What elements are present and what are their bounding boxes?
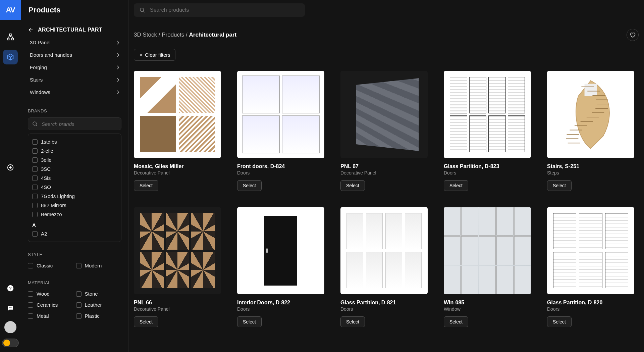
product-thumbnail[interactable] [547, 207, 634, 294]
category-item[interactable]: 3D Panel [28, 36, 121, 49]
checkbox-label: 3elle [41, 157, 52, 163]
checkbox-row[interactable]: 7Gods Lighting [32, 192, 117, 201]
checkbox-row[interactable]: Leather [76, 300, 122, 309]
checkbox-label: 882 Mirrors [41, 202, 66, 208]
checkbox-icon [32, 212, 38, 217]
product-thumbnail[interactable] [444, 71, 531, 158]
svg-point-7 [10, 307, 11, 308]
checkbox-row[interactable]: 3elle [32, 155, 117, 164]
product-thumbnail[interactable] [134, 71, 221, 158]
checkbox-icon [32, 203, 38, 208]
checkbox-row[interactable]: Wood [28, 289, 73, 298]
select-button[interactable]: Select [134, 180, 158, 191]
category-label: Doors and handles [30, 52, 72, 58]
breadcrumb-2[interactable]: Products [162, 32, 184, 38]
checkbox-row[interactable]: Modern [76, 261, 122, 270]
svg-point-9 [33, 122, 37, 125]
cube-icon [7, 53, 14, 61]
product-title: Stairs, S-251 [547, 163, 634, 169]
checkbox-row[interactable]: Stone [76, 289, 122, 298]
product-thumbnail[interactable] [444, 207, 531, 294]
product-title: Glass Partition, D-823 [444, 163, 531, 169]
product-card: Glass Partition, D-820 Doors Select [547, 207, 634, 327]
product-category: Doors [237, 306, 324, 312]
checkbox-row[interactable]: Classic [28, 261, 73, 270]
nav-add[interactable] [3, 160, 18, 175]
category-item[interactable]: Stairs [28, 73, 121, 86]
product-card: Win-085 Window Select [444, 207, 531, 327]
product-thumbnail[interactable] [134, 207, 221, 294]
checkbox-label: Bemezzo [41, 211, 62, 217]
select-button[interactable]: Select [340, 316, 365, 327]
checkbox-row[interactable]: Metal [28, 311, 73, 320]
nav-hierarchy[interactable] [3, 30, 18, 44]
product-title: Front doors, D-824 [237, 163, 324, 169]
select-button[interactable]: Select [134, 316, 158, 327]
help-icon: ? [7, 285, 14, 292]
category-item[interactable]: Windows [28, 86, 121, 98]
checkbox-row[interactable]: Ceramics [28, 300, 73, 309]
product-thumbnail[interactable] [547, 71, 634, 158]
checkbox-row[interactable]: A2 [32, 229, 117, 238]
stairs-illustration [556, 78, 626, 152]
checkbox-icon [28, 302, 33, 308]
svg-text:?: ? [9, 286, 11, 291]
select-button[interactable]: Select [444, 180, 468, 191]
checkbox-row[interactable]: 3SC [32, 164, 117, 173]
product-thumbnail[interactable] [340, 207, 428, 294]
breadcrumb-1[interactable]: 3D Stock [134, 32, 157, 38]
theme-toggle[interactable] [2, 339, 19, 347]
checkbox-row[interactable]: 4SO [32, 183, 117, 192]
checkbox-row[interactable]: 2-elle [32, 146, 117, 155]
checkbox-label: Modern [85, 263, 102, 268]
app-logo[interactable]: AV [0, 0, 21, 20]
select-button[interactable]: Select [237, 316, 262, 327]
favorite-button[interactable] [627, 29, 639, 41]
product-title: Interior Doors, D-822 [237, 300, 324, 306]
clear-filters-label: Clear filters [145, 52, 170, 58]
category-item[interactable]: Forging [28, 61, 121, 73]
product-card: Interior Doors, D-822 Doors Select [237, 207, 324, 327]
user-avatar[interactable] [4, 321, 16, 333]
category-label: Forging [30, 64, 47, 70]
checkbox-row[interactable]: Bemezzo [32, 210, 117, 219]
product-thumbnail[interactable] [340, 71, 428, 158]
product-category: Doors [444, 170, 531, 175]
svg-point-10 [140, 8, 144, 12]
category-back[interactable]: ARCHITECTURAL PART [28, 27, 121, 33]
checkbox-row[interactable]: 1stdibs [32, 137, 117, 146]
product-card: Stairs, S-251 Steps Select [547, 71, 634, 191]
select-button[interactable]: Select [444, 316, 468, 327]
checkbox-icon [32, 148, 38, 154]
category-item[interactable]: Doors and handles [28, 49, 121, 61]
checkbox-row[interactable]: 882 Mirrors [32, 201, 117, 210]
select-button[interactable]: Select [547, 180, 572, 191]
breadcrumb: 3D Stock / Products / Architectural part [134, 32, 236, 38]
select-button[interactable]: Select [237, 180, 262, 191]
checkbox-row[interactable]: Plastic [76, 311, 122, 320]
product-title: PNL 67 [340, 163, 428, 169]
checkbox-label: Ceramics [37, 302, 58, 308]
checkbox-label: A2 [41, 231, 47, 237]
checkbox-label: 2-elle [41, 148, 53, 154]
heart-icon [630, 32, 636, 38]
nav-products[interactable] [3, 50, 18, 64]
brand-search-input[interactable] [28, 117, 121, 130]
checkbox-label: Wood [37, 291, 50, 297]
brand-list: 1stdibs2-elle3elle3SC4Sis4SO7Gods Lighti… [28, 134, 121, 242]
moon-icon [3, 340, 10, 346]
checkbox-label: Classic [37, 263, 53, 268]
clear-filters-button[interactable]: Clear filters [134, 49, 175, 61]
nav-help[interactable]: ? [3, 281, 18, 296]
svg-point-6 [9, 307, 10, 308]
nav-chat[interactable] [3, 301, 18, 316]
select-button[interactable]: Select [547, 316, 572, 327]
product-category: Doors [340, 306, 428, 312]
product-thumbnail[interactable] [237, 207, 324, 294]
checkbox-row[interactable]: 4Sis [32, 173, 117, 183]
brands-label: BRANDS [28, 108, 121, 113]
search-input[interactable] [134, 3, 305, 17]
select-button[interactable]: Select [340, 180, 365, 191]
product-thumbnail[interactable] [237, 71, 324, 158]
checkbox-icon [32, 185, 38, 190]
